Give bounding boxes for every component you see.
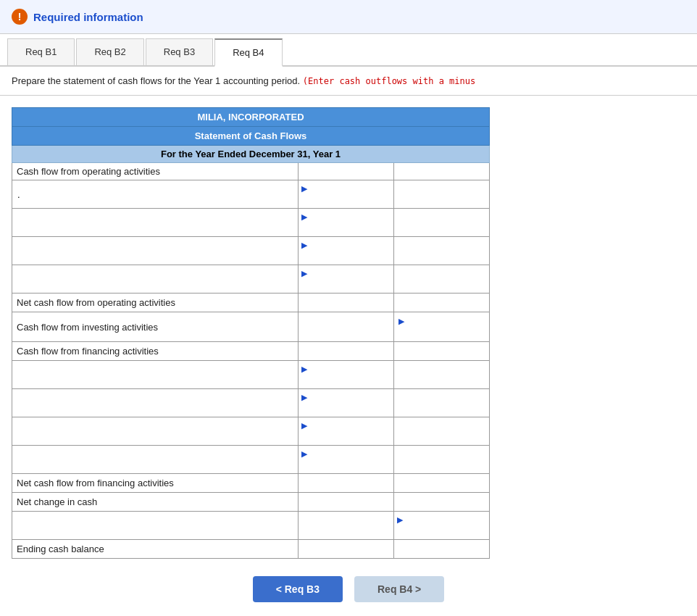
table-title-row-3: For the Year Ended December 31, Year 1: [12, 146, 490, 163]
operating-row4-label-cell[interactable]: [12, 265, 299, 294]
operating-section-mid: [299, 163, 394, 180]
statement-wrapper: MILIA, INCORPORATED Statement of Cash Fl…: [0, 96, 697, 616]
ending-cash-right-cell[interactable]: [394, 540, 490, 559]
financing-row3-mid-input[interactable]: [301, 430, 391, 443]
ending-cash-mid-input[interactable]: [303, 543, 389, 555]
ending-cash-right-input[interactable]: [398, 543, 485, 555]
financing-row3-label-cell[interactable]: [12, 417, 299, 446]
table-row: ▶: [12, 237, 490, 265]
table-title-3: For the Year Ended December 31, Year 1: [12, 146, 490, 163]
table-row: ▶: [12, 209, 490, 237]
net-financing-label: Net cash flow from financing activities: [12, 474, 299, 493]
financing-row2-label-input[interactable]: [15, 397, 295, 409]
instruction-note: (Enter cash outflows with a minus: [303, 76, 475, 86]
tab-req-b3[interactable]: Req B3: [146, 38, 213, 65]
financing-section-label: Cash flow from financing activities: [12, 342, 299, 361]
financing-row1-mid-input[interactable]: [301, 374, 391, 386]
financing-row2-mid-cell[interactable]: ▶: [299, 389, 394, 417]
operating-row1-mid-input[interactable]: [301, 193, 391, 206]
tab-req-b4[interactable]: Req B4: [214, 38, 282, 67]
beginning-cash-right-cell[interactable]: ▶: [394, 512, 490, 540]
table-title-row-2: Statement of Cash Flows: [12, 127, 490, 146]
operating-row2-mid-input[interactable]: [301, 222, 391, 234]
required-info-banner: ! Required information: [0, 0, 697, 34]
arrow-icon-f4: ▶: [301, 449, 307, 458]
net-operating-label: Net cash flow from operating activities: [12, 294, 299, 312]
net-operating-right-cell: [394, 294, 490, 312]
operating-row4-right-cell: [394, 265, 490, 294]
financing-row1-label-input[interactable]: [15, 369, 295, 381]
operating-row3-label-cell[interactable]: [12, 237, 299, 265]
net-operating-mid-input[interactable]: [303, 296, 389, 309]
financing-row1-label-cell[interactable]: [12, 361, 299, 389]
net-financing-right-cell: [394, 474, 490, 493]
investing-section-row: Cash flow from investing activities ▶: [12, 312, 490, 342]
arrow-icon-2: ▶: [301, 212, 307, 221]
beginning-cash-label-cell[interactable]: [12, 512, 299, 540]
operating-row1-mid-cell[interactable]: ▶: [299, 180, 394, 209]
tab-req-b1[interactable]: Req B1: [7, 38, 75, 65]
operating-row1-label-input[interactable]: [15, 188, 295, 201]
financing-row4-mid-input[interactable]: [301, 459, 391, 471]
financing-row1-mid-cell[interactable]: ▶: [299, 361, 394, 389]
operating-row2-label-input[interactable]: [15, 217, 295, 229]
financing-row4-mid-cell[interactable]: ▶: [299, 446, 394, 474]
investing-section-label: Cash flow from investing activities: [12, 312, 299, 342]
prev-button[interactable]: < Req B3: [253, 576, 343, 602]
investing-right-cell[interactable]: ▶: [394, 312, 490, 342]
net-operating-row: Net cash flow from operating activities: [12, 294, 490, 312]
net-change-row: Net change in cash: [12, 493, 490, 512]
financing-row3-label-input[interactable]: [15, 425, 295, 438]
beginning-cash-mid-input[interactable]: [301, 520, 391, 532]
arrow-icon-beg: ▶: [397, 515, 403, 524]
ending-cash-mid-cell[interactable]: [299, 540, 394, 559]
financing-header-mid-input[interactable]: [303, 345, 389, 357]
arrow-icon-1: ▶: [301, 184, 307, 193]
page-wrapper: ! Required information Req B1 Req B2 Req…: [0, 0, 697, 616]
table-title-2: Statement of Cash Flows: [12, 127, 490, 146]
next-button[interactable]: Req B4 >: [354, 576, 444, 602]
arrow-icon-f3: ▶: [301, 421, 307, 430]
operating-row3-mid-input[interactable]: [301, 250, 391, 262]
table-row: ▶: [12, 417, 490, 446]
operating-row2-mid-cell[interactable]: ▶: [299, 209, 394, 237]
beginning-cash-label-input[interactable]: [15, 520, 295, 532]
arrow-icon-inv: ▶: [398, 317, 404, 325]
investing-right-input[interactable]: [398, 326, 485, 338]
info-icon: !: [12, 9, 28, 25]
beginning-cash-mid-cell[interactable]: [299, 512, 394, 540]
tabs-bar: Req B1 Req B2 Req B3 Req B4: [0, 34, 697, 67]
net-financing-mid-cell[interactable]: [299, 474, 394, 493]
operating-row4-mid-input[interactable]: [301, 278, 391, 291]
financing-row2-right-cell: [394, 389, 490, 417]
financing-header-mid-cell[interactable]: [299, 342, 394, 361]
financing-row4-label-cell[interactable]: [12, 446, 299, 474]
net-change-label: Net change in cash: [12, 493, 299, 512]
net-operating-mid-cell[interactable]: [299, 294, 394, 312]
investing-mid-input[interactable]: [303, 321, 389, 333]
operating-row3-label-input[interactable]: [15, 245, 295, 257]
cash-flow-table: MILIA, INCORPORATED Statement of Cash Fl…: [12, 107, 490, 559]
operating-row3-mid-cell[interactable]: ▶: [299, 237, 394, 265]
operating-row1-right-cell: [394, 180, 490, 209]
net-change-mid-input[interactable]: [303, 496, 389, 508]
financing-section-row: Cash flow from financing activities: [12, 342, 490, 361]
net-change-mid-cell[interactable]: [299, 493, 394, 512]
operating-row1-label-cell[interactable]: [12, 180, 299, 209]
operating-row4-label-input[interactable]: [15, 273, 295, 286]
arrow-icon-f2: ▶: [301, 393, 307, 401]
operating-row4-mid-cell[interactable]: ▶: [299, 265, 394, 294]
operating-section-label: Cash flow from operating activities: [12, 163, 299, 180]
financing-row4-right-cell: [394, 446, 490, 474]
beginning-cash-right-input[interactable]: [397, 525, 486, 537]
financing-row2-label-cell[interactable]: [12, 389, 299, 417]
tab-req-b2[interactable]: Req B2: [76, 38, 143, 65]
net-financing-mid-input[interactable]: [303, 477, 389, 489]
operating-row2-label-cell[interactable]: [12, 209, 299, 237]
investing-mid-cell[interactable]: [299, 312, 394, 342]
financing-row1-right-cell: [394, 361, 490, 389]
operating-row3-right-cell: [394, 237, 490, 265]
financing-row3-mid-cell[interactable]: ▶: [299, 417, 394, 446]
financing-row4-label-input[interactable]: [15, 454, 295, 466]
financing-row2-mid-input[interactable]: [301, 402, 391, 415]
